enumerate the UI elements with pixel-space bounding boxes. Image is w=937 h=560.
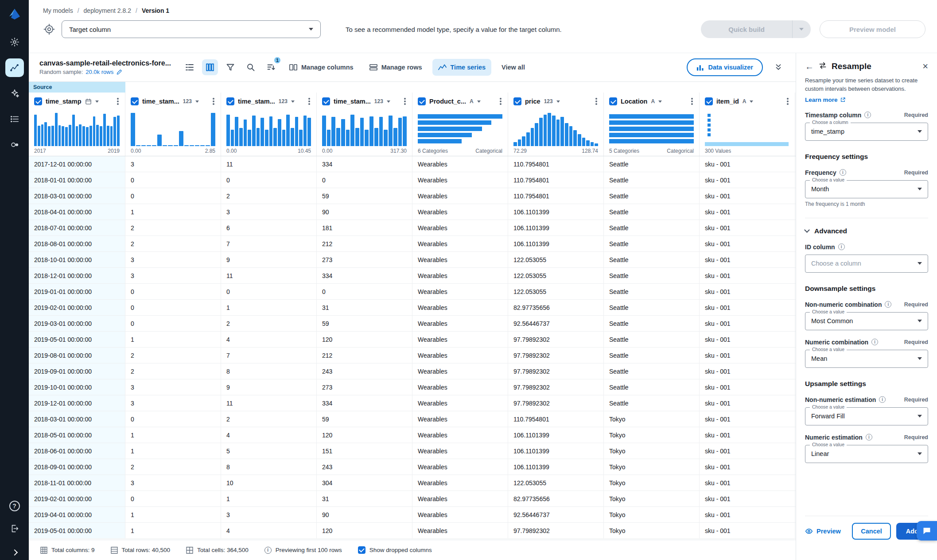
column-dropdown-chevron-icon[interactable] [750,100,753,103]
table-row[interactable]: 2019-08-01 00:00:0027212Wearables97.7989… [29,348,796,363]
table-row[interactable]: 2019-05-01 00:00:0014120Wearables97.7989… [29,332,796,348]
breadcrumb-deployment[interactable]: deployment 2.8.2 [84,7,131,14]
select-timestamp-column[interactable]: Choose a columntime_stamp [805,123,928,141]
view-all-button[interactable]: View all [496,59,531,76]
column-dropdown-chevron-icon[interactable] [291,100,295,103]
table-row[interactable]: 2019-04-01 00:00:001390Wearables92.56446… [29,507,796,523]
sidebar-item-settings[interactable] [5,33,24,51]
sort-icon[interactable]: 1 [263,59,279,75]
column-dropdown-chevron-icon[interactable] [95,100,99,103]
show-dropped-checkbox[interactable] [358,546,365,554]
cancel-button[interactable]: Cancel [852,523,891,540]
table-row[interactable]: 2018-08-01 00:00:0027212Wearables106.110… [29,236,796,252]
column-kebab-icon[interactable] [404,100,406,102]
collapse-double-chevron-icon[interactable] [770,59,787,76]
table-row[interactable]: 2019-05-01 00:00:0014120Wearables97.7989… [29,523,796,539]
edit-pencil-icon[interactable] [116,69,122,75]
table-row[interactable]: 2019-09-01 00:00:0028243Wearables97.7989… [29,363,796,379]
info-icon[interactable]: i [879,396,886,403]
column-checkbox[interactable] [513,97,521,105]
time-series-button[interactable]: Time series [432,59,492,76]
table-row[interactable]: 2019-03-01 00:00:000259Wearables92.56446… [29,316,796,332]
select-non-numeric-combination[interactable]: Choose a valueMost Common [805,312,928,330]
sidebar-item-datasets[interactable] [5,135,24,154]
column-dropdown-chevron-icon[interactable] [658,100,662,103]
breadcrumb-my-models[interactable]: My models [43,7,73,14]
column-checkbox[interactable] [609,97,617,105]
column-dropdown-chevron-icon[interactable] [387,100,390,103]
table-row[interactable]: 2019-01-01 00:00:00000Wearables122.05305… [29,284,796,300]
column-dropdown-chevron-icon[interactable] [556,100,560,103]
quick-build-button[interactable]: Quick build [701,20,792,38]
table-row[interactable]: 2018-09-01 00:00:0028243Wearables106.110… [29,459,796,475]
column-kebab-icon[interactable] [500,100,502,102]
info-icon[interactable]: i [871,339,878,345]
table-row[interactable]: 2018-03-01 00:00:000259Wearables110.7954… [29,411,796,427]
search-icon[interactable] [243,59,259,75]
table-row[interactable]: 2017-12-01 00:00:00311334Wearables110.79… [29,156,796,172]
preview-model-button[interactable]: Preview model [820,20,925,38]
select-frequency[interactable]: Choose a valueMonth [805,180,928,198]
table-row[interactable]: 2019-02-01 00:00:000131Wearables82.97735… [29,300,796,316]
manage-columns-button[interactable]: Manage columns [284,59,359,76]
column-kebab-icon[interactable] [308,100,310,102]
table-row[interactable]: 2018-05-01 00:00:0014120Wearables106.110… [29,427,796,443]
back-arrow-icon[interactable]: ← [805,62,814,71]
column-kebab-icon[interactable] [117,100,119,102]
select-numeric-estimation[interactable]: Choose a valueLinear [805,445,928,463]
close-icon[interactable]: × [922,62,928,71]
help-icon[interactable]: ? [9,501,20,511]
table-row[interactable]: 2018-10-01 00:00:0039273Wearables122.053… [29,252,796,268]
column-kebab-icon[interactable] [691,100,693,102]
select-numeric-combination[interactable]: Choose a valueMean [805,350,928,368]
quick-build-split-button: Quick build [701,20,811,38]
column-checkbox[interactable] [322,97,330,105]
column-type-icon: A [743,98,746,104]
column-checkbox[interactable] [705,97,713,105]
advanced-toggle[interactable]: Advanced [805,227,928,235]
sidebar-item-automations[interactable] [5,84,24,103]
info-icon[interactable]: i [885,301,891,308]
list-view-icon[interactable] [182,59,198,75]
table-row[interactable]: 2018-03-01 00:00:000259Wearables110.7954… [29,188,796,204]
column-checkbox[interactable] [34,97,42,105]
table-row[interactable]: 2019-10-01 00:00:0039273Wearables97.7989… [29,379,796,395]
table-row[interactable]: 2018-12-01 00:00:00311334Wearables122.05… [29,268,796,284]
table-row[interactable]: 2019-12-01 00:00:00311334Wearables97.798… [29,395,796,411]
table-row[interactable]: 2019-02-01 00:00:000131Wearables82.97735… [29,491,796,507]
column-checkbox[interactable] [226,97,234,105]
info-icon[interactable]: i [840,169,846,176]
preview-button[interactable]: Preview [805,527,841,535]
sidebar-expand-icon[interactable] [11,549,17,556]
table-row[interactable]: 2018-07-01 00:00:0026181Wearables106.110… [29,220,796,236]
info-icon[interactable]: i [864,112,871,118]
info-icon[interactable]: i [866,434,872,440]
table-row[interactable]: 2018-01-01 00:00:00000Wearables110.79548… [29,172,796,188]
sign-out-icon[interactable] [5,519,24,538]
column-view-icon[interactable] [202,59,218,75]
table-row[interactable]: 2018-06-01 00:00:0015151Wearables106.110… [29,443,796,459]
chat-widget-button[interactable] [917,521,937,541]
column-checkbox[interactable] [418,97,426,105]
select-id-column[interactable]: Choose a column [805,255,928,273]
manage-rows-button[interactable]: Manage rows [364,59,428,76]
table-row[interactable]: 2018-11-01 00:00:00310304Wearables122.05… [29,475,796,491]
data-visualizer-button[interactable]: Data visualizer [687,58,763,76]
info-icon[interactable]: i [838,243,845,250]
sidebar-item-models[interactable] [5,58,24,77]
filter-icon[interactable] [222,59,238,75]
sidebar-item-list[interactable] [5,110,24,128]
learn-more-link[interactable]: Learn more [805,97,846,103]
table-row[interactable]: 2018-04-01 00:00:001390Wearables106.1101… [29,204,796,220]
select-non-numeric-estimation[interactable]: Choose a valueForward Fill [805,407,928,425]
random-sample-value[interactable]: 20.0k rows [86,69,113,75]
quick-build-dropdown-button[interactable] [792,20,811,38]
column-checkbox[interactable] [131,97,139,105]
column-dropdown-chevron-icon[interactable] [195,100,199,103]
column-kebab-icon[interactable] [213,100,214,102]
column-kebab-icon[interactable] [787,100,789,102]
target-column-select[interactable]: Target column [62,20,321,38]
column-kebab-icon[interactable] [595,100,597,102]
app-logo-icon[interactable] [7,6,23,22]
column-dropdown-chevron-icon[interactable] [477,100,481,103]
